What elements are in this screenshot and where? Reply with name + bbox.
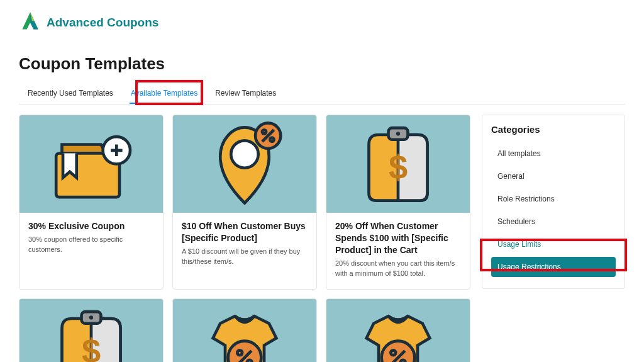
categories-sidebar: Categories All templates General Role Re… <box>482 115 625 289</box>
logo-icon <box>19 10 42 35</box>
template-cards: 30% Exclusive Coupon 30% coupon offered … <box>19 115 470 362</box>
category-general[interactable]: General <box>491 166 616 186</box>
template-desc: 20% discount when you cart this item/s w… <box>335 259 461 279</box>
template-desc: 30% coupon offered to specific customers… <box>28 235 154 255</box>
template-body: 30% Exclusive Coupon 30% coupon offered … <box>19 213 163 265</box>
content: 30% Exclusive Coupon 30% coupon offered … <box>19 115 625 362</box>
logo-text: Advanced Coupons <box>47 16 158 30</box>
svg-text:$: $ <box>82 331 101 362</box>
template-card[interactable] <box>326 298 470 362</box>
tabs: Recently Used Templates Available Templa… <box>19 82 625 105</box>
template-card[interactable]: $ 20% Off When Customer Spends $100 with… <box>326 115 470 290</box>
template-image: $ <box>19 299 163 362</box>
template-title: 30% Exclusive Coupon <box>28 220 154 232</box>
template-body: $10 Off When Customer Buys [Specific Pro… <box>173 213 316 277</box>
category-schedulers[interactable]: Schedulers <box>491 212 616 232</box>
template-image <box>173 299 316 362</box>
category-role-restrictions[interactable]: Role Restrictions <box>491 189 616 209</box>
svg-point-5 <box>231 140 258 167</box>
sidebar-title: Categories <box>491 124 616 135</box>
template-card[interactable]: $ <box>19 298 164 362</box>
template-title: $10 Off When Customer Buys [Specific Pro… <box>182 220 308 244</box>
tab-recently-used[interactable]: Recently Used Templates <box>19 82 122 104</box>
svg-point-14 <box>89 315 93 319</box>
template-card[interactable]: 30% Exclusive Coupon 30% coupon offered … <box>19 115 164 290</box>
template-title: 20% Off When Customer Spends $100 with [… <box>335 220 461 256</box>
tab-available[interactable]: Available Templates <box>122 82 206 104</box>
template-card[interactable]: $10 Off When Customer Buys [Specific Pro… <box>172 115 317 290</box>
template-card[interactable] <box>172 298 317 362</box>
template-image: $ <box>326 115 470 213</box>
template-image <box>19 115 163 213</box>
page-title: Coupon Templates <box>19 54 625 74</box>
tab-review[interactable]: Review Templates <box>206 82 285 104</box>
svg-text:$: $ <box>389 148 408 186</box>
template-body: 20% Off When Customer Spends $100 with [… <box>326 213 470 289</box>
template-desc: A $10 discount will be given if they buy… <box>182 247 308 267</box>
header: Advanced Coupons <box>19 0 625 45</box>
category-usage-restrictions[interactable]: Usage Restrictions <box>491 257 616 277</box>
category-usage-limits[interactable]: Usage Limits <box>491 234 616 254</box>
template-image <box>326 299 470 362</box>
svg-point-11 <box>396 132 400 135</box>
logo[interactable]: Advanced Coupons <box>19 10 625 35</box>
category-all[interactable]: All templates <box>491 144 616 164</box>
template-image <box>173 115 316 213</box>
